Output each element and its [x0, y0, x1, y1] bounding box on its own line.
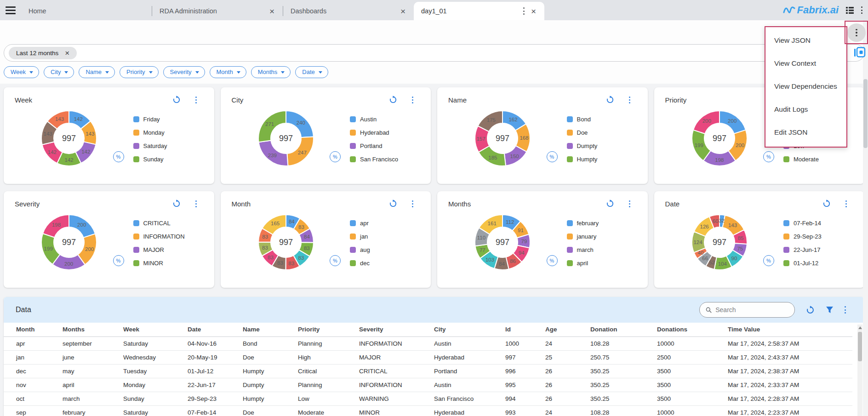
column-header-donations[interactable]: Donations [657, 323, 728, 336]
legend-22-jun-17[interactable]: 22-Jun-17 [783, 243, 844, 256]
table-refresh-icon[interactable] [806, 306, 815, 314]
legend-sunday[interactable]: Sunday [133, 153, 194, 166]
legend-29-sep-23[interactable]: 29-Sep-23 [783, 230, 844, 243]
table-row[interactable]: janjuneWednesday20-May-19DoeHighMAJORHyd… [4, 350, 852, 364]
refresh-icon[interactable] [389, 96, 397, 104]
legend-monday[interactable]: Monday [133, 126, 194, 139]
filter-pill-date[interactable]: Date [295, 66, 328, 78]
legend-april[interactable]: april [567, 256, 628, 270]
tab-dashboards[interactable]: Dashboards × [283, 2, 414, 20]
donut-chart[interactable]: 84838483838383838383165 997 [256, 212, 316, 274]
legend-dec[interactable]: dec [350, 256, 411, 270]
card-kebab-icon[interactable] [195, 199, 197, 208]
legend-january[interactable]: january [567, 230, 628, 243]
refresh-icon[interactable] [606, 96, 614, 104]
menu-item-view-json[interactable]: View JSON [765, 29, 846, 52]
percent-toggle-badge[interactable]: % [330, 255, 341, 266]
refresh-icon[interactable] [389, 199, 397, 208]
legend-friday[interactable]: Friday [133, 113, 194, 126]
table-row[interactable]: aprseptemberSaturday04-Nov-16BondPlannin… [4, 336, 852, 350]
legend-humpty[interactable]: Humpty [567, 153, 628, 166]
column-header-city[interactable]: City [434, 323, 505, 336]
filter-pill-month[interactable]: Month [210, 66, 246, 78]
search-box[interactable] [699, 302, 795, 318]
time-filter-container[interactable]: Last 12 months × [4, 44, 864, 62]
table-row[interactable]: novaprilMonday22-Jun-17DumptyPlanningINF… [4, 378, 852, 392]
stack-icon[interactable] [846, 6, 854, 14]
filter-pill-months[interactable]: Months [251, 66, 291, 78]
donut-chart[interactable]: 200200198199200 997 [689, 108, 750, 171]
legend-portland[interactable]: Portland [350, 139, 411, 153]
percent-toggle-badge[interactable]: % [113, 255, 124, 266]
page-scrollbar[interactable] [863, 20, 868, 416]
table-row[interactable]: sepfebruarySaturday07-Feb-14DoeModerateM… [4, 405, 852, 416]
percent-toggle-badge[interactable]: % [763, 151, 774, 162]
menu-item-edit-json[interactable]: Edit JSON [765, 121, 846, 144]
legend-dumpty[interactable]: Dumpty [567, 139, 628, 153]
table-scrollbar[interactable] [857, 325, 862, 416]
search-input[interactable] [715, 306, 788, 313]
column-header-months[interactable]: Months [63, 323, 123, 336]
table-filter-icon[interactable] [826, 306, 834, 313]
card-kebab-icon[interactable] [629, 96, 630, 104]
close-icon[interactable]: × [65, 49, 69, 57]
legend-07-feb-14[interactable]: 07-Feb-14 [783, 217, 844, 230]
legend-moderate[interactable]: Moderate [783, 153, 844, 166]
hamburger-menu-icon[interactable] [0, 0, 21, 20]
legend-jan[interactable]: jan [350, 230, 411, 243]
column-header-donation[interactable]: Donation [590, 323, 657, 336]
refresh-icon[interactable] [172, 96, 181, 104]
percent-toggle-badge[interactable]: % [547, 255, 558, 266]
legend-san-francisco[interactable]: San Francisco [350, 153, 411, 166]
donut-chart[interactable]: 240247239271 997 [256, 108, 316, 171]
legend-february[interactable]: february [567, 217, 628, 230]
dashboard-options-button[interactable] [847, 23, 866, 42]
menu-item-view-context[interactable]: View Context [765, 52, 846, 75]
donut-chart[interactable]: 3214385759010452664012412660 997 [689, 212, 750, 274]
column-header-name[interactable]: Name [243, 323, 298, 336]
close-icon[interactable]: × [530, 7, 537, 16]
percent-toggle-badge[interactable]: % [547, 151, 558, 162]
scroll-up-icon[interactable] [858, 326, 862, 329]
legend-major[interactable]: MAJOR [133, 243, 194, 256]
legend-austin[interactable]: Austin [350, 113, 411, 126]
filter-pill-week[interactable]: Week [4, 66, 39, 78]
filter-pill-city[interactable]: City [44, 66, 74, 78]
legend-bond[interactable]: Bond [567, 113, 628, 126]
column-header-week[interactable]: Week [123, 323, 188, 336]
card-kebab-icon[interactable] [629, 199, 630, 208]
card-kebab-icon[interactable] [412, 199, 413, 208]
legend-saturday[interactable]: Saturday [133, 139, 194, 153]
time-range-chip[interactable]: Last 12 months × [9, 47, 77, 59]
save-dashboard-icon[interactable] [853, 46, 866, 58]
card-kebab-icon[interactable] [195, 96, 197, 104]
percent-toggle-badge[interactable]: % [330, 151, 341, 162]
card-kebab-icon[interactable] [412, 96, 413, 104]
refresh-icon[interactable] [822, 199, 831, 208]
close-icon[interactable]: × [268, 7, 275, 16]
refresh-icon[interactable] [172, 199, 181, 208]
column-header-priority[interactable]: Priority [298, 323, 359, 336]
tab-home[interactable]: Home [21, 2, 152, 20]
donut-chart[interactable]: 162168150185157175 997 [472, 108, 533, 171]
column-header-month[interactable]: Month [4, 323, 63, 336]
column-header-time-value[interactable]: Time Value [728, 323, 852, 336]
donut-chart[interactable]: 142143142142142143143 997 [39, 108, 99, 171]
legend-hyderabad[interactable]: Hyderabad [350, 126, 411, 139]
legend-doe[interactable]: Doe [567, 126, 628, 139]
donut-chart[interactable]: 112917994868410377110161 997 [472, 212, 533, 274]
legend-minor[interactable]: MINOR [133, 256, 194, 270]
legend-01-jul-12[interactable]: 01-Jul-12 [783, 256, 844, 270]
filter-pill-severity[interactable]: Severity [163, 66, 205, 78]
table-kebab-icon[interactable] [845, 306, 846, 314]
percent-toggle-badge[interactable]: % [113, 151, 124, 162]
column-header-severity[interactable]: Severity [359, 323, 434, 336]
column-header-date[interactable]: Date [188, 323, 243, 336]
column-header-id[interactable]: Id [505, 323, 545, 336]
tab-day1-01[interactable]: day1_01 × [414, 2, 544, 20]
percent-toggle-badge[interactable]: % [763, 255, 774, 266]
legend-critical[interactable]: CRITICAL [133, 217, 194, 230]
column-header-age[interactable]: Age [545, 323, 590, 336]
table-row[interactable]: decmayTuesday01-Jul-12HumptyCriticalCRIT… [4, 364, 852, 378]
tab-rda-administration[interactable]: RDA Administration × [152, 2, 283, 20]
